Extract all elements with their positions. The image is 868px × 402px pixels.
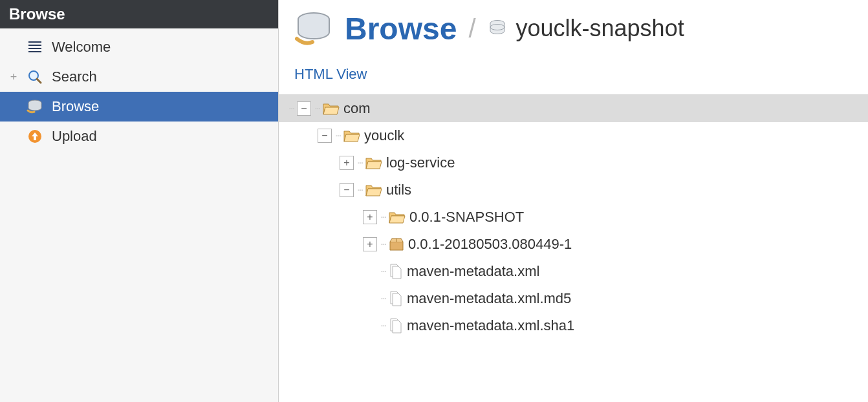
folder-open-icon [323,101,340,116]
browse-icon [26,98,44,115]
sidebar-item-search[interactable]: + Search [0,62,278,92]
breadcrumb-separator: / [468,14,475,43]
sidebar-item-upload[interactable]: Upload [0,122,278,151]
tree-node-file[interactable]: ┄ maven-metadata.xml.sha1 [279,312,868,339]
package-icon [389,237,404,251]
breadcrumb-repo-label: youclk-snapshot [516,15,684,42]
toggle-placeholder [363,319,377,333]
file-icon [389,318,403,333]
collapse-icon[interactable]: − [297,101,311,116]
tree-node-label: youclk [364,127,404,144]
breadcrumb-repo[interactable]: youclk-snapshot [488,15,684,42]
collapse-icon[interactable]: − [318,129,332,143]
sidebar: Browse Welcome + Sear [0,0,279,402]
tree-node-label: 0.0.1-SNAPSHOT [409,209,524,226]
folder-open-icon [365,156,382,170]
html-view-link[interactable]: HTML View [294,66,367,82]
sidebar-item-welcome[interactable]: Welcome [0,32,278,62]
expand-icon[interactable]: + [9,70,18,84]
folder-open-icon [389,210,406,224]
expand-icon[interactable]: + [363,237,377,251]
sidebar-item-label: Browse [52,98,99,115]
tree-node-label: maven-metadata.xml.md5 [407,290,571,307]
main-panel: Browse / youclk-snapshot HTML View ┄ − ┄ [279,0,868,402]
sidebar-nav: Welcome + Search Browse [0,28,278,151]
tree-node-build[interactable]: + ┄ 0.0.1-20180503.080449-1 [279,231,868,258]
tree-node-youclk[interactable]: − ┄ youclk [279,122,868,149]
tree-node-file[interactable]: ┄ maven-metadata.xml [279,258,868,285]
sidebar-item-label: Upload [52,128,97,145]
tree-node-utils[interactable]: − ┄ utils [279,176,868,204]
toggle-placeholder [363,264,377,279]
tree-node-label: log-service [386,154,455,171]
sidebar-item-label: Search [52,69,97,85]
file-icon [389,264,403,279]
sidebar-title: Browse [0,0,278,28]
database-icon [488,19,507,38]
file-icon [389,291,403,306]
folder-open-icon [365,183,382,197]
tree-node-label: maven-metadata.xml.sha1 [407,317,574,334]
tree-node-log-service[interactable]: + ┄ log-service [279,149,868,176]
html-view-link-row: HTML View [279,52,868,94]
tree-node-file[interactable]: ┄ maven-metadata.xml.md5 [279,285,868,312]
upload-icon [26,128,44,145]
expand-icon[interactable]: + [340,156,354,170]
collapse-icon[interactable]: − [340,183,354,197]
toggle-placeholder [363,291,377,306]
repo-tree: ┄ − ┄ com − ┄ youclk + ┄ log-service [279,94,868,346]
welcome-icon [26,39,44,56]
search-icon [26,69,44,85]
page-title: Browse [345,11,457,47]
tree-node-label: maven-metadata.xml [407,263,539,280]
sidebar-item-browse[interactable]: Browse [0,92,278,122]
tree-node-label: com [343,100,371,117]
tree-node-label: 0.0.1-20180503.080449-1 [408,236,572,253]
breadcrumb: Browse / youclk-snapshot [279,0,868,52]
expand-icon[interactable]: + [363,210,377,224]
browse-large-icon [294,10,333,47]
svg-line-5 [37,79,41,83]
tree-node-com[interactable]: ┄ − ┄ com [279,95,868,122]
tree-node-label: utils [386,182,411,198]
tree-node-snapshot[interactable]: + ┄ 0.0.1-SNAPSHOT [279,204,868,231]
sidebar-item-label: Welcome [52,39,111,56]
folder-open-icon [343,129,360,143]
